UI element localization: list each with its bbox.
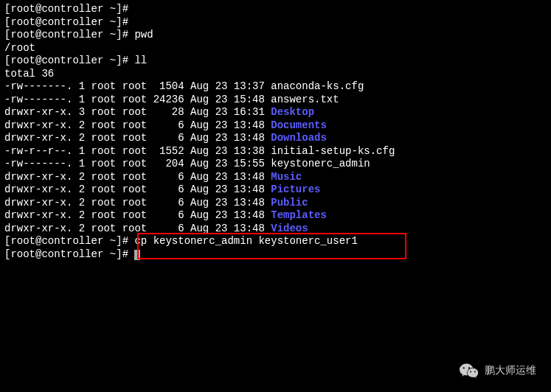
terminal-line: [root@controller ~]# ll — [4, 55, 547, 68]
terminal-line: drwxr-xr-x. 3 root root 28 Aug 23 16:31 … — [4, 106, 547, 119]
svg-point-6 — [474, 371, 476, 373]
watermark-text: 鹏大师运维 — [485, 364, 536, 377]
terminal-line: drwxr-xr-x. 2 root root 6 Aug 23 13:48 D… — [4, 132, 547, 145]
terminal-line: drwxr-xr-x. 2 root root 6 Aug 23 13:48 D… — [4, 119, 547, 133]
svg-point-4 — [468, 367, 470, 368]
terminal-line: -rw-r--r--. 1 root root 1552 Aug 23 13:3… — [4, 145, 547, 158]
wechat-icon — [460, 363, 479, 379]
terminal-line: [root@controller ~]# — [4, 248, 547, 262]
terminal-line: drwxr-xr-x. 2 root root 6 Aug 23 13:48 M… — [4, 171, 547, 184]
terminal-line: drwxr-xr-x. 2 root root 6 Aug 23 13:48 P… — [4, 183, 547, 197]
watermark: 鹏大师运维 — [460, 363, 536, 379]
terminal-line: /root — [4, 42, 547, 55]
svg-point-3 — [463, 367, 465, 368]
svg-point-5 — [470, 371, 471, 373]
cursor — [134, 250, 140, 260]
terminal-line: -rw-------. 1 root root 24236 Aug 23 15:… — [4, 94, 547, 107]
terminal-line: [root@controller ~]# — [4, 3, 547, 16]
terminal-line: [root@controller ~]# — [4, 16, 547, 29]
terminal-line: drwxr-xr-x. 2 root root 6 Aug 23 13:48 T… — [4, 209, 547, 223]
terminal-line: drwxr-xr-x. 2 root root 6 Aug 23 13:48 P… — [4, 197, 547, 210]
terminal-line: -rw-------. 1 root root 204 Aug 23 15:55… — [4, 158, 547, 171]
terminal-line: [root@controller ~]# cp keystonerc_admin… — [4, 235, 547, 248]
terminal-line: [root@controller ~]# pwd — [4, 29, 547, 42]
svg-point-2 — [468, 368, 478, 377]
terminal-line: drwxr-xr-x. 2 root root 6 Aug 23 13:48 V… — [4, 223, 547, 236]
terminal-output[interactable]: [root@controller ~]#[root@controller ~]#… — [4, 3, 547, 261]
terminal-line: total 36 — [4, 68, 547, 81]
terminal-line: -rw-------. 1 root root 1504 Aug 23 13:3… — [4, 80, 547, 94]
